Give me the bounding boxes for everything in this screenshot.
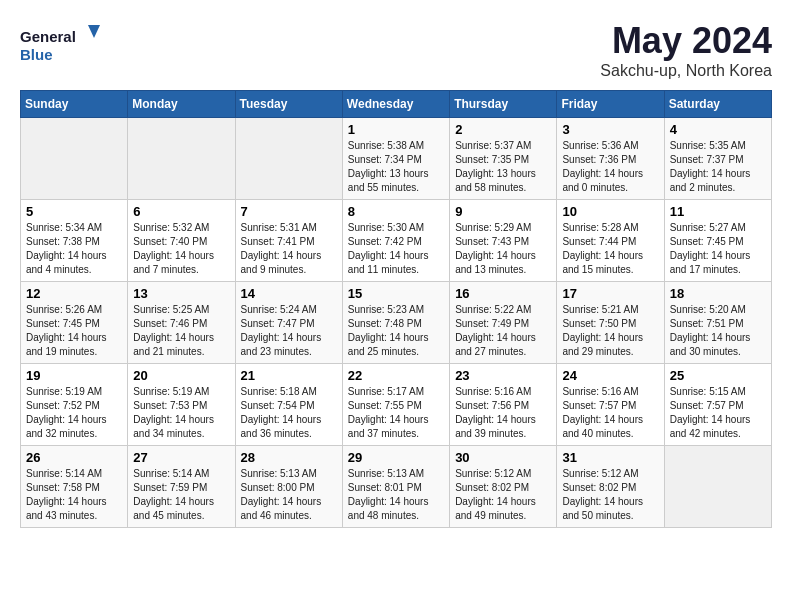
day-number: 20: [133, 368, 229, 383]
day-number: 10: [562, 204, 658, 219]
day-number: 12: [26, 286, 122, 301]
day-info: Sunrise: 5:35 AMSunset: 7:37 PMDaylight:…: [670, 139, 766, 195]
day-info: Sunrise: 5:16 AMSunset: 7:57 PMDaylight:…: [562, 385, 658, 441]
calendar-cell: 15 Sunrise: 5:23 AMSunset: 7:48 PMDaylig…: [342, 282, 449, 364]
day-number: 7: [241, 204, 337, 219]
svg-text:General: General: [20, 28, 76, 45]
day-number: 6: [133, 204, 229, 219]
month-title: May 2024: [600, 20, 772, 62]
day-number: 8: [348, 204, 444, 219]
day-info: Sunrise: 5:23 AMSunset: 7:48 PMDaylight:…: [348, 303, 444, 359]
calendar-week-4: 19 Sunrise: 5:19 AMSunset: 7:52 PMDaylig…: [21, 364, 772, 446]
day-number: 11: [670, 204, 766, 219]
day-info: Sunrise: 5:30 AMSunset: 7:42 PMDaylight:…: [348, 221, 444, 277]
calendar-week-1: 1 Sunrise: 5:38 AMSunset: 7:34 PMDayligh…: [21, 118, 772, 200]
calendar-cell: 2 Sunrise: 5:37 AMSunset: 7:35 PMDayligh…: [450, 118, 557, 200]
calendar-cell: 9 Sunrise: 5:29 AMSunset: 7:43 PMDayligh…: [450, 200, 557, 282]
day-info: Sunrise: 5:37 AMSunset: 7:35 PMDaylight:…: [455, 139, 551, 195]
day-number: 22: [348, 368, 444, 383]
day-number: 18: [670, 286, 766, 301]
day-number: 2: [455, 122, 551, 137]
calendar-cell: [664, 446, 771, 528]
day-number: 5: [26, 204, 122, 219]
day-number: 23: [455, 368, 551, 383]
day-info: Sunrise: 5:28 AMSunset: 7:44 PMDaylight:…: [562, 221, 658, 277]
calendar-cell: 7 Sunrise: 5:31 AMSunset: 7:41 PMDayligh…: [235, 200, 342, 282]
day-info: Sunrise: 5:13 AMSunset: 8:01 PMDaylight:…: [348, 467, 444, 523]
day-number: 1: [348, 122, 444, 137]
day-number: 27: [133, 450, 229, 465]
weekday-header-row: SundayMondayTuesdayWednesdayThursdayFrid…: [21, 91, 772, 118]
calendar-cell: 11 Sunrise: 5:27 AMSunset: 7:45 PMDaylig…: [664, 200, 771, 282]
day-number: 17: [562, 286, 658, 301]
day-info: Sunrise: 5:38 AMSunset: 7:34 PMDaylight:…: [348, 139, 444, 195]
calendar-cell: 16 Sunrise: 5:22 AMSunset: 7:49 PMDaylig…: [450, 282, 557, 364]
day-number: 31: [562, 450, 658, 465]
day-info: Sunrise: 5:22 AMSunset: 7:49 PMDaylight:…: [455, 303, 551, 359]
weekday-header-monday: Monday: [128, 91, 235, 118]
day-info: Sunrise: 5:24 AMSunset: 7:47 PMDaylight:…: [241, 303, 337, 359]
day-number: 9: [455, 204, 551, 219]
day-number: 29: [348, 450, 444, 465]
day-info: Sunrise: 5:29 AMSunset: 7:43 PMDaylight:…: [455, 221, 551, 277]
calendar-cell: 21 Sunrise: 5:18 AMSunset: 7:54 PMDaylig…: [235, 364, 342, 446]
svg-text:Blue: Blue: [20, 46, 53, 63]
calendar-cell: 25 Sunrise: 5:15 AMSunset: 7:57 PMDaylig…: [664, 364, 771, 446]
day-number: 16: [455, 286, 551, 301]
day-number: 25: [670, 368, 766, 383]
day-info: Sunrise: 5:20 AMSunset: 7:51 PMDaylight:…: [670, 303, 766, 359]
weekday-header-saturday: Saturday: [664, 91, 771, 118]
calendar-cell: [128, 118, 235, 200]
day-number: 24: [562, 368, 658, 383]
day-info: Sunrise: 5:27 AMSunset: 7:45 PMDaylight:…: [670, 221, 766, 277]
calendar-cell: 24 Sunrise: 5:16 AMSunset: 7:57 PMDaylig…: [557, 364, 664, 446]
calendar-cell: 10 Sunrise: 5:28 AMSunset: 7:44 PMDaylig…: [557, 200, 664, 282]
day-number: 28: [241, 450, 337, 465]
day-info: Sunrise: 5:25 AMSunset: 7:46 PMDaylight:…: [133, 303, 229, 359]
day-info: Sunrise: 5:13 AMSunset: 8:00 PMDaylight:…: [241, 467, 337, 523]
weekday-header-thursday: Thursday: [450, 91, 557, 118]
day-number: 13: [133, 286, 229, 301]
day-info: Sunrise: 5:31 AMSunset: 7:41 PMDaylight:…: [241, 221, 337, 277]
day-info: Sunrise: 5:26 AMSunset: 7:45 PMDaylight:…: [26, 303, 122, 359]
calendar-cell: [21, 118, 128, 200]
weekday-header-tuesday: Tuesday: [235, 91, 342, 118]
calendar-cell: 23 Sunrise: 5:16 AMSunset: 7:56 PMDaylig…: [450, 364, 557, 446]
day-number: 14: [241, 286, 337, 301]
title-block: May 2024 Sakchu-up, North Korea: [600, 20, 772, 80]
calendar-cell: 5 Sunrise: 5:34 AMSunset: 7:38 PMDayligh…: [21, 200, 128, 282]
day-info: Sunrise: 5:19 AMSunset: 7:53 PMDaylight:…: [133, 385, 229, 441]
calendar-cell: 12 Sunrise: 5:26 AMSunset: 7:45 PMDaylig…: [21, 282, 128, 364]
location-title: Sakchu-up, North Korea: [600, 62, 772, 80]
day-info: Sunrise: 5:19 AMSunset: 7:52 PMDaylight:…: [26, 385, 122, 441]
calendar-cell: 1 Sunrise: 5:38 AMSunset: 7:34 PMDayligh…: [342, 118, 449, 200]
calendar-cell: 28 Sunrise: 5:13 AMSunset: 8:00 PMDaylig…: [235, 446, 342, 528]
logo: General Blue: [20, 20, 100, 70]
calendar-cell: 20 Sunrise: 5:19 AMSunset: 7:53 PMDaylig…: [128, 364, 235, 446]
calendar-cell: [235, 118, 342, 200]
day-info: Sunrise: 5:32 AMSunset: 7:40 PMDaylight:…: [133, 221, 229, 277]
calendar-table: SundayMondayTuesdayWednesdayThursdayFrid…: [20, 90, 772, 528]
calendar-cell: 22 Sunrise: 5:17 AMSunset: 7:55 PMDaylig…: [342, 364, 449, 446]
calendar-cell: 29 Sunrise: 5:13 AMSunset: 8:01 PMDaylig…: [342, 446, 449, 528]
calendar-cell: 13 Sunrise: 5:25 AMSunset: 7:46 PMDaylig…: [128, 282, 235, 364]
day-number: 26: [26, 450, 122, 465]
weekday-header-friday: Friday: [557, 91, 664, 118]
day-info: Sunrise: 5:21 AMSunset: 7:50 PMDaylight:…: [562, 303, 658, 359]
day-number: 3: [562, 122, 658, 137]
day-number: 4: [670, 122, 766, 137]
calendar-cell: 8 Sunrise: 5:30 AMSunset: 7:42 PMDayligh…: [342, 200, 449, 282]
day-info: Sunrise: 5:15 AMSunset: 7:57 PMDaylight:…: [670, 385, 766, 441]
page-header: General Blue May 2024 Sakchu-up, North K…: [20, 20, 772, 80]
day-info: Sunrise: 5:18 AMSunset: 7:54 PMDaylight:…: [241, 385, 337, 441]
day-info: Sunrise: 5:16 AMSunset: 7:56 PMDaylight:…: [455, 385, 551, 441]
calendar-cell: 26 Sunrise: 5:14 AMSunset: 7:58 PMDaylig…: [21, 446, 128, 528]
calendar-cell: 6 Sunrise: 5:32 AMSunset: 7:40 PMDayligh…: [128, 200, 235, 282]
day-info: Sunrise: 5:17 AMSunset: 7:55 PMDaylight:…: [348, 385, 444, 441]
calendar-cell: 19 Sunrise: 5:19 AMSunset: 7:52 PMDaylig…: [21, 364, 128, 446]
calendar-cell: 27 Sunrise: 5:14 AMSunset: 7:59 PMDaylig…: [128, 446, 235, 528]
day-info: Sunrise: 5:36 AMSunset: 7:36 PMDaylight:…: [562, 139, 658, 195]
day-info: Sunrise: 5:12 AMSunset: 8:02 PMDaylight:…: [562, 467, 658, 523]
day-info: Sunrise: 5:14 AMSunset: 7:58 PMDaylight:…: [26, 467, 122, 523]
svg-marker-2: [88, 25, 100, 38]
